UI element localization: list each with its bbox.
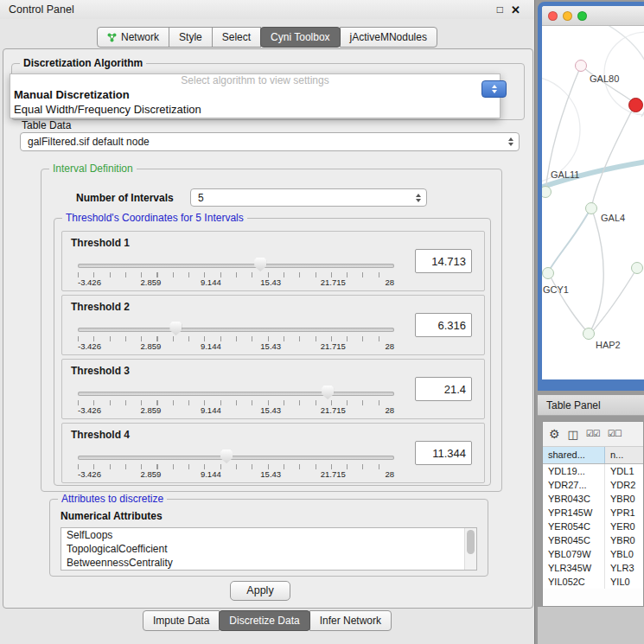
float-icon[interactable]: □	[497, 4, 503, 15]
tab-network[interactable]: Network	[97, 27, 169, 48]
column-header-name[interactable]: n...	[605, 447, 643, 463]
table-row[interactable]: YDR27...YDR2	[543, 478, 643, 492]
scale-tick-label: 28	[385, 405, 394, 415]
table-row[interactable]: YDL19...YDL1	[543, 464, 643, 478]
threshold-1-value[interactable]: 14.713	[415, 249, 472, 273]
list-item[interactable]: BetweennessCentrality	[61, 556, 476, 570]
select-none-icon[interactable]: ☑☐	[608, 430, 622, 438]
slider-thumb[interactable]	[322, 386, 334, 399]
node-label: HAP2	[596, 340, 621, 350]
slider-thumb[interactable]	[220, 450, 233, 463]
cell-name: YDL1	[605, 464, 643, 478]
slider-thumb[interactable]	[254, 258, 266, 271]
algorithm-option-equal-width[interactable]: Equal Width/Frequency Discretization	[10, 102, 500, 117]
slider-track[interactable]	[78, 456, 394, 460]
list-item[interactable]: SelfLoops	[61, 528, 476, 542]
cell-name: YER0	[605, 520, 643, 533]
minimize-traffic-light-icon[interactable]	[563, 11, 572, 21]
close-icon[interactable]: ✕	[511, 4, 520, 16]
network-node[interactable]	[585, 202, 597, 214]
slider-track[interactable]	[78, 328, 394, 332]
threshold-4-slider[interactable]: -3.426 2.859 9.144 15.43 21.715 28	[78, 450, 394, 479]
cell-name: YLR3	[605, 561, 643, 575]
slider-scale: -3.426 2.859 9.144 15.43 21.715 28	[78, 341, 394, 351]
threshold-label: Threshold 1	[71, 237, 130, 249]
scale-tick-label: 15.43	[260, 469, 281, 479]
attributes-group: Attributes to discretize Numerical Attri…	[49, 499, 488, 577]
table-row[interactable]: YBR043CYBR0	[543, 492, 643, 506]
close-traffic-light-icon[interactable]	[548, 11, 558, 21]
scale-tick-label: 21.715	[321, 341, 346, 351]
network-node[interactable]	[575, 60, 587, 72]
tab-select[interactable]: Select	[212, 27, 261, 48]
table-row[interactable]: YIL052CYIL0	[543, 575, 643, 589]
table-panel-title: Table Panel	[546, 399, 601, 411]
number-of-intervals-value: 5	[198, 192, 204, 204]
threshold-3-slider[interactable]: -3.426 2.859 9.144 15.43 21.715 28	[78, 386, 394, 415]
control-panel-titlebar: Control Panel □ ✕	[0, 0, 534, 19]
table-row[interactable]: YBR045CYBR0	[543, 533, 643, 547]
right-panel-filler	[538, 607, 644, 644]
node-table: ⚙ ◫ ☑☑ ☑☐ shared... n... YDL19...YDL1 YD…	[542, 421, 644, 607]
tab-cyni-toolbox[interactable]: Cyni Toolbox	[260, 27, 340, 48]
table-header-row: shared... n...	[543, 447, 643, 464]
tab-discretize-data[interactable]: Discretize Data	[219, 610, 309, 631]
tab-label: Style	[179, 30, 202, 44]
tab-label: Network	[121, 30, 159, 44]
tab-impute-data[interactable]: Impute Data	[143, 610, 220, 631]
slider-track[interactable]	[78, 392, 394, 396]
column-header-shared-name[interactable]: shared...	[543, 447, 605, 463]
network-node[interactable]	[631, 262, 643, 274]
cell-name: YPR1	[605, 506, 643, 520]
scale-tick-label: 21.715	[321, 277, 346, 287]
table-row[interactable]: YPR145WYPR1	[543, 506, 643, 520]
cell-shared-name: YBR043C	[543, 492, 605, 506]
slider-scale: -3.426 2.859 9.144 15.43 21.715 28	[78, 277, 394, 287]
threshold-1-slider[interactable]: -3.426 2.859 9.144 15.43 21.715 28	[78, 258, 394, 287]
algorithm-option-manual[interactable]: Manual Discretization	[10, 87, 500, 102]
cyni-toolbox-panel: Discretization Algorithm Select algorith…	[3, 48, 533, 609]
gear-icon[interactable]: ⚙	[549, 428, 560, 440]
stepper-up-icon	[492, 85, 497, 88]
bottom-tab-bar: Impute Data Discretize Data Infer Networ…	[0, 610, 534, 631]
columns-icon[interactable]: ◫	[568, 429, 578, 440]
number-of-intervals-combo[interactable]: 5	[190, 188, 427, 207]
tab-style[interactable]: Style	[169, 27, 213, 48]
tab-infer-network[interactable]: Infer Network	[309, 610, 392, 631]
cell-shared-name: YDL19...	[543, 464, 605, 478]
slider-track[interactable]	[78, 264, 394, 268]
node-label: GAL80	[590, 73, 619, 84]
table-data-label: Table Data	[22, 119, 71, 131]
table-row[interactable]: YBL079WYBL0	[543, 547, 643, 561]
network-node[interactable]	[583, 328, 595, 340]
tab-label: Infer Network	[320, 614, 381, 628]
combo-stepper-icon	[508, 137, 513, 146]
table-data-combo[interactable]: galFiltered.sif default node	[20, 132, 520, 151]
list-item[interactable]: TopologicalCoefficient	[61, 542, 476, 556]
tab-jactivemnodules[interactable]: jActiveMNodules	[340, 27, 437, 48]
threshold-2-slider[interactable]: -3.426 2.859 9.144 15.43 21.715 28	[78, 322, 394, 351]
number-of-intervals-label: Number of Intervals	[76, 192, 174, 204]
threshold-3-value[interactable]: 21.4	[415, 377, 472, 401]
thresholds-group-title: Threshold's Coordinates for 5 Intervals	[62, 212, 247, 224]
table-row[interactable]: YER054CYER0	[543, 520, 643, 533]
tab-label: Select	[222, 30, 251, 44]
scale-tick-label: 28	[385, 277, 394, 287]
select-all-icon[interactable]: ☑☑	[586, 430, 600, 438]
apply-button[interactable]: Apply	[230, 581, 290, 601]
interval-group-title: Interval Definition	[49, 163, 137, 175]
list-scrollbar[interactable]	[464, 528, 476, 570]
network-node-selected[interactable]	[628, 98, 643, 112]
network-node[interactable]	[542, 267, 554, 279]
network-canvas[interactable]: GAL80 GAL11 GAL4 GCY1 HAP2	[542, 26, 644, 376]
algorithm-combo-stepper[interactable]	[481, 80, 507, 98]
network-window-titlebar	[542, 6, 644, 26]
scrollbar-thumb[interactable]	[467, 530, 475, 554]
slider-thumb[interactable]	[169, 322, 182, 335]
scale-tick-label: -3.426	[78, 405, 101, 415]
threshold-2-value[interactable]: 6.316	[415, 313, 472, 337]
threshold-4-value[interactable]: 11.344	[415, 441, 472, 465]
zoom-traffic-light-icon[interactable]	[577, 11, 587, 21]
table-row[interactable]: YLR345WYLR3	[543, 561, 643, 575]
slider-scale: -3.426 2.859 9.144 15.43 21.715 28	[78, 469, 394, 479]
